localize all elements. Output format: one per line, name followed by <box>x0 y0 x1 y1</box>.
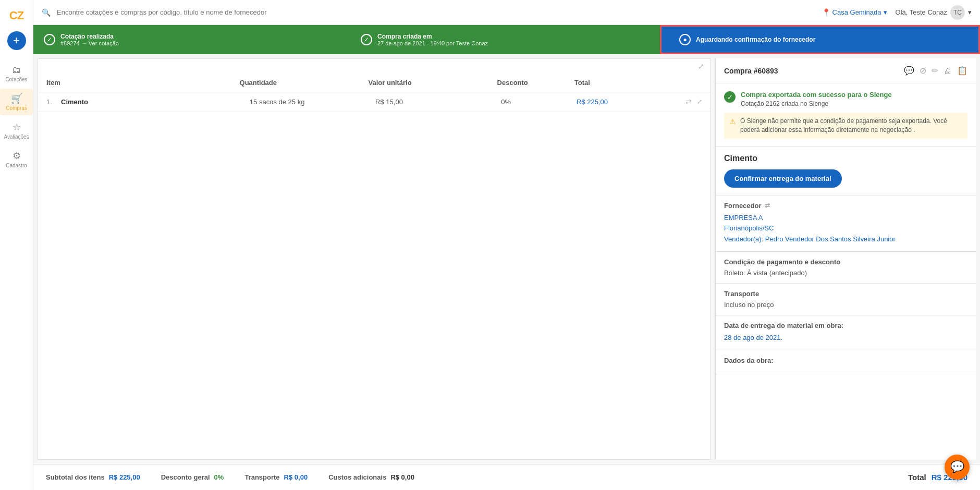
progress-step-aguardando[interactable]: ● Aguardando confirmação do fornecedor <box>660 25 980 54</box>
progress-step-cotacao[interactable]: ✓ Cotação realizada #89274 → Ver cotação <box>33 25 343 54</box>
table-area: ⤢ Item Quantidade Valor unitário Descont… <box>38 58 711 460</box>
confirm-delivery-button[interactable]: Confirmar entrega do material <box>724 169 842 188</box>
row-item-name: Cimento <box>61 98 250 106</box>
body-area: ⤢ Item Quantidade Valor unitário Descont… <box>33 54 980 464</box>
topbar: 🔍 📍 Casa Geminada ▾ Olá, Teste Conaz TC … <box>33 0 980 25</box>
row-quantity: 15 sacos de 25 kg <box>250 98 375 106</box>
sidebar-item-label: Cadastro <box>6 163 27 168</box>
row-number: 1. <box>46 98 57 106</box>
entrega-label: Data de entrega do material em obra: <box>724 322 967 329</box>
avatar: TC <box>950 5 965 20</box>
pagamento-value: Boleto: À vista (antecipado) <box>724 269 807 277</box>
search-input[interactable] <box>57 8 816 16</box>
expand-icon[interactable]: ⤢ <box>698 62 704 70</box>
product-name: Cimento <box>724 154 967 163</box>
sidebar-item-label: Avaliações <box>4 134 29 140</box>
panel-actions: 💬 ⊘ ✏ 🖨 📋 <box>904 66 967 76</box>
desconto-value: 0% <box>214 473 224 481</box>
progress-step-compra[interactable]: ✓ Compra criada em 27 de ago de 2021 - 1… <box>343 25 660 54</box>
edit-icon[interactable]: ✏ <box>932 66 938 76</box>
step-content-cotacao: Cotação realizada #89274 → Ver cotação <box>60 33 119 46</box>
sidebar-item-cotacoes[interactable]: 🗂 Cotações <box>0 60 33 87</box>
entrega-section: Data de entrega do material em obra: 28 … <box>716 315 976 350</box>
success-check-icon: ✓ <box>724 91 736 103</box>
chevron-down-icon: ▾ <box>968 8 972 16</box>
swap-fornecedor-icon[interactable]: ⇄ <box>765 202 770 209</box>
vendedor-link[interactable]: Vendedor(a): Pedro Vendedor Dos Santos S… <box>724 234 967 245</box>
logo-text: CZ <box>9 9 23 22</box>
location-badge[interactable]: 📍 Casa Geminada ▾ <box>822 8 887 16</box>
pagamento-section: Condição de pagamento e desconto Boleto:… <box>716 252 976 284</box>
cart-icon: 🛒 <box>11 93 22 104</box>
comment-icon[interactable]: 💬 <box>904 66 914 76</box>
user-badge[interactable]: Olá, Teste Conaz TC ▾ <box>896 5 972 20</box>
logo: CZ <box>6 5 27 26</box>
check-icon: ✓ <box>44 34 55 45</box>
main-content: 🔍 📍 Casa Geminada ▾ Olá, Teste Conaz TC … <box>33 0 980 490</box>
success-section: ✓ Compra exportada com sucesso para o Si… <box>716 83 976 146</box>
panel-header: Compra #60893 💬 ⊘ ✏ 🖨 📋 <box>716 58 976 83</box>
transporte-value: Incluso no preço <box>724 301 774 309</box>
subtotal-item: Subtotal dos itens R$ 225,00 <box>46 473 140 481</box>
success-title: Compra exportada com sucesso para o Sien… <box>741 91 892 99</box>
sidebar: CZ + 🗂 Cotações 🛒 Compras ☆ Avaliações ⚙… <box>0 0 33 490</box>
user-greeting: Olá, Teste Conaz <box>896 8 947 16</box>
col-item-header: Item <box>46 79 240 87</box>
warning-text: O Sienge não permite que a condição de p… <box>740 117 962 134</box>
topbar-right: 📍 Casa Geminada ▾ Olá, Teste Conaz TC ▾ <box>822 5 972 20</box>
total-label: Total <box>908 473 926 482</box>
custos-value: R$ 0,00 <box>390 473 414 481</box>
row-discount: 0% <box>501 98 577 106</box>
obra-label: Dados da obra: <box>724 357 967 364</box>
star-icon: ☆ <box>13 121 21 133</box>
step-subtitle: #89274 → Ver cotação <box>60 40 119 46</box>
search-icon: 🔍 <box>42 8 51 17</box>
step-content-compra: Compra criada em 27 de ago de 2021 - 19:… <box>377 33 488 46</box>
export-icon[interactable]: 📋 <box>957 66 967 76</box>
print-icon[interactable]: 🖨 <box>944 66 952 76</box>
sidebar-item-avaliacoes[interactable]: ☆ Avaliações <box>0 117 33 144</box>
sidebar-item-label: Cotações <box>5 77 27 82</box>
panel-title: Compra #60893 <box>724 67 778 75</box>
swap-row-icon[interactable]: ⇄ <box>685 97 692 106</box>
folder-icon: 🗂 <box>12 65 21 76</box>
empresa-link[interactable]: EMPRESA A <box>724 213 967 224</box>
radio-icon: ● <box>679 34 691 45</box>
col-disc-header: Desconto <box>497 79 574 87</box>
add-button[interactable]: + <box>7 31 26 50</box>
check-icon: ✓ <box>361 34 372 45</box>
step-subtitle: 27 de ago de 2021 - 19:40 por Teste Cona… <box>377 40 488 46</box>
chat-bubble[interactable]: 💬 <box>945 455 970 480</box>
location-text: Casa Geminada <box>832 8 881 16</box>
step-content-aguardando: Aguardando confirmação do fornecedor <box>696 36 815 43</box>
cancel-icon[interactable]: ⊘ <box>920 66 926 76</box>
row-unit-price: R$ 15,00 <box>375 98 501 106</box>
step-title: Cotação realizada <box>60 33 119 40</box>
transporte-footer-value: R$ 0,00 <box>284 473 308 481</box>
expand-row-icon[interactable]: ⤢ <box>697 98 702 105</box>
table-row: 1. Cimento 15 sacos de 25 kg R$ 15,00 0%… <box>38 92 710 112</box>
location-pin-icon: 📍 <box>822 8 830 16</box>
transporte-label: Transporte <box>724 290 967 298</box>
sidebar-item-label: Compras <box>6 105 27 111</box>
chevron-down-icon: ▾ <box>884 8 887 16</box>
entrega-date-link[interactable]: 28 de ago de 2021. <box>724 333 967 344</box>
transporte-item: Transporte R$ 0,00 <box>244 473 308 481</box>
expand-top: ⤢ <box>38 59 710 74</box>
custos-item: Custos adicionais R$ 0,00 <box>328 473 414 481</box>
desconto-label: Desconto geral <box>161 473 210 481</box>
sidebar-item-compras[interactable]: 🛒 Compras <box>0 89 33 115</box>
col-unit-header: Valor unitário <box>369 79 497 87</box>
sidebar-item-cadastro[interactable]: ⚙ Cadastro <box>0 146 33 173</box>
product-section: Cimento Confirmar entrega do material <box>716 146 976 195</box>
gear-icon: ⚙ <box>13 150 21 162</box>
success-sub: Cotação 2162 criada no Sienge <box>741 100 892 107</box>
cidade-link[interactable]: Florianópolis/SC <box>724 223 967 234</box>
col-total-header: Total <box>574 79 671 87</box>
row-total: R$ 225,00 <box>577 98 671 106</box>
footer: Subtotal dos itens R$ 225,00 Desconto ge… <box>33 464 980 490</box>
desconto-item: Desconto geral 0% <box>161 473 224 481</box>
pagamento-label: Condição de pagamento e desconto <box>724 258 967 266</box>
sidebar-nav: 🗂 Cotações 🛒 Compras ☆ Avaliações ⚙ Cada… <box>0 60 33 173</box>
fornecedor-label: Fornecedor ⇄ <box>724 202 967 210</box>
